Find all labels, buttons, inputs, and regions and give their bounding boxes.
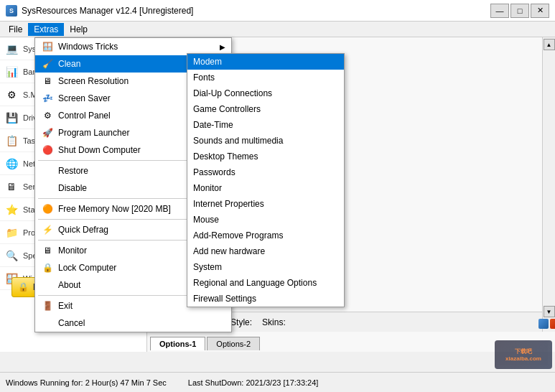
- submenu-monitor[interactable]: Monitor: [187, 180, 344, 196]
- submenu-add-remove[interactable]: Add-Remove Programs: [187, 228, 344, 243]
- scroll-down-button[interactable]: ▼: [544, 306, 555, 317]
- netw-icon: 🌐: [4, 157, 19, 171]
- minimize-button[interactable]: —: [490, 4, 509, 18]
- disable-icon: [41, 182, 54, 195]
- submenu-modem[interactable]: Modem: [187, 54, 344, 70]
- submenu-date-time[interactable]: Date-Time: [187, 117, 344, 133]
- restore-icon: [41, 164, 54, 177]
- clean-submenu: Modem Fonts Dial-Up Connections Game Con…: [187, 53, 345, 307]
- star-icon: ⭐: [4, 202, 19, 217]
- last-shutdown: Last ShutDown: 2021/3/23 [17:33:24]: [188, 378, 319, 387]
- running-time: Windows Running for: 2 Hour(s) 47 Min 7 …: [6, 378, 167, 387]
- scroll-panel: ▲ ▼: [542, 37, 555, 332]
- lock-icon: 🔒: [18, 282, 29, 292]
- submenu-system[interactable]: System: [187, 259, 344, 275]
- menu-cancel[interactable]: Cancel: [35, 314, 231, 332]
- tabs-row: Options-1 Options-2: [147, 335, 263, 352]
- submenu-game-controllers[interactable]: Game Controllers: [187, 101, 344, 117]
- control-panel-icon: ⚙: [41, 109, 54, 122]
- maximize-button[interactable]: □: [510, 4, 529, 18]
- submenu-mouse[interactable]: Mouse: [187, 212, 344, 228]
- close-button[interactable]: ✕: [531, 4, 549, 18]
- monitor-icon: 🖥: [41, 244, 54, 257]
- syst-icon: 💻: [4, 42, 19, 56]
- screen-saver-icon: 💤: [41, 92, 54, 105]
- submenu-regional[interactable]: Regional and Language Options: [187, 275, 344, 291]
- task-icon: 📋: [4, 134, 19, 148]
- about-icon: [41, 279, 54, 291]
- submenu-sounds[interactable]: Sounds and multimedia: [187, 133, 344, 149]
- app-title: SysResources Manager v12.4 [Unregistered…: [22, 6, 193, 16]
- title-bar-left: S SysResources Manager v12.4 [Unregister…: [6, 5, 193, 17]
- submenu-internet-properties[interactable]: Internet Properties: [187, 196, 344, 212]
- status-bar: Windows Running for: 2 Hour(s) 47 Min 7 …: [0, 372, 555, 392]
- lock-menu-icon: 🔒: [41, 261, 54, 274]
- quick-defrag-icon: ⚡: [41, 223, 54, 236]
- submenu-firewall[interactable]: Firewall Settings: [187, 291, 344, 307]
- watermark: 下载吧xiazaiba.com: [495, 340, 552, 369]
- sm-icon: ⚙: [4, 88, 19, 102]
- window-controls: — □ ✕: [490, 4, 549, 18]
- submenu-passwords[interactable]: Passwords: [187, 164, 344, 180]
- submenu-fonts[interactable]: Fonts: [187, 70, 344, 85]
- scroll-up-button[interactable]: ▲: [544, 39, 555, 50]
- menu-bar: File Extras Help: [0, 22, 555, 37]
- cancel-icon: [41, 317, 54, 330]
- windows-tricks-icon: 🪟: [41, 40, 54, 53]
- prog-icon: 📁: [4, 225, 19, 240]
- clean-icon: 🧹: [41, 57, 54, 70]
- submenu-add-hardware[interactable]: Add new hardware: [187, 243, 344, 259]
- tab-options1[interactable]: Options-1: [150, 337, 205, 350]
- free-memory-icon: 🟠: [41, 202, 54, 215]
- title-bar: S SysResources Manager v12.4 [Unregister…: [0, 0, 555, 22]
- driv-icon: 💾: [4, 111, 19, 125]
- menu-help[interactable]: Help: [64, 23, 93, 36]
- submenu-desktop-themes[interactable]: Desktop Themes: [187, 149, 344, 164]
- tab-options2[interactable]: Options-2: [207, 337, 260, 350]
- bann-icon: 📊: [4, 65, 19, 79]
- serv-icon: 🖥: [4, 179, 19, 194]
- spec-icon: 🔍: [4, 248, 19, 263]
- shutdown-icon: 🔴: [41, 144, 54, 157]
- screen-res-icon: 🖥: [41, 75, 54, 88]
- watermark-image: 下载吧xiazaiba.com: [495, 340, 552, 369]
- submenu-dialup[interactable]: Dial-Up Connections: [187, 85, 344, 101]
- menu-extras[interactable]: Extras: [28, 23, 64, 36]
- prog-launcher-icon: 🚀: [41, 126, 54, 139]
- exit-icon: 🚪: [41, 299, 54, 312]
- skins-label: Skins:: [262, 317, 286, 327]
- app-icon: S: [6, 5, 17, 17]
- menu-file[interactable]: File: [3, 23, 28, 36]
